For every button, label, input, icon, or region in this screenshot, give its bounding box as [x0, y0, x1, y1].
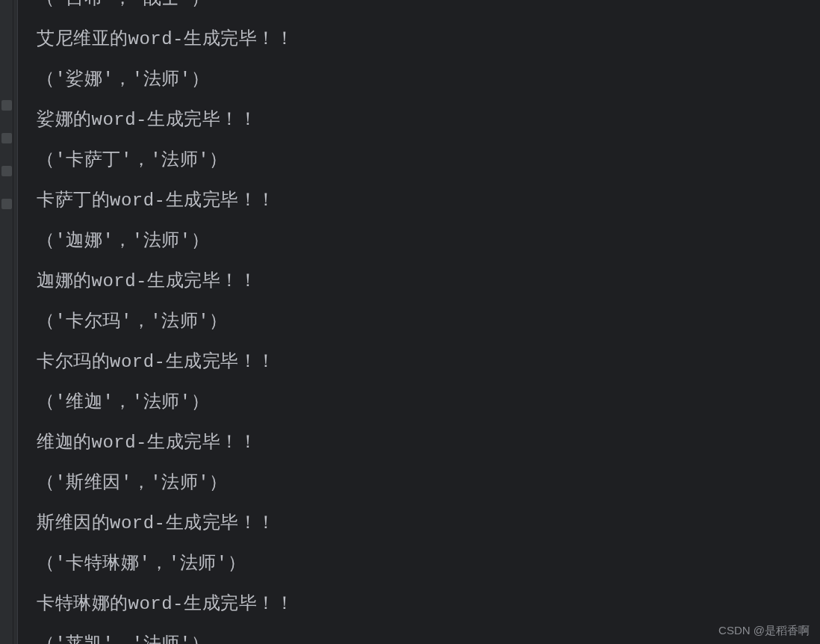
sidebar-tool-icon[interactable] [1, 100, 12, 111]
sidebar-tool-icon[interactable] [1, 133, 12, 143]
console-line: （'维迦'，'法师'） [37, 383, 820, 423]
console-line: 艾尼维亚的word-生成完毕！！ [37, 19, 820, 60]
console-line: 卡萨丁的word-生成完毕！！ [37, 181, 820, 221]
console-line: 娑娜的word-生成完毕！！ [37, 100, 820, 140]
console-line: （'莱凯'，'法师'） [37, 625, 820, 644]
console-line: （'吕布'，'战士'） [37, 0, 820, 19]
sidebar-tool-icon[interactable] [1, 166, 12, 176]
tool-window-sidebar [0, 0, 13, 644]
console-line: 迦娜的word-生成完毕！！ [37, 261, 820, 302]
console-line: （'斯维因'，'法师'） [37, 463, 820, 504]
watermark-text: CSDN @是稻香啊 [718, 624, 810, 638]
console-line: 卡尔玛的word-生成完毕！！ [37, 342, 820, 383]
console-output[interactable]: （'吕布'，'战士'） 艾尼维亚的word-生成完毕！！ （'娑娜'，'法师'）… [18, 0, 820, 644]
console-line: （'娑娜'，'法师'） [37, 60, 820, 100]
console-line: （'卡特琳娜'，'法师'） [37, 544, 820, 584]
console-line: 卡特琳娜的word-生成完毕！！ [37, 584, 820, 625]
console-line: 斯维因的word-生成完毕！！ [37, 504, 820, 544]
console-line: （'卡尔玛'，'法师'） [37, 302, 820, 342]
sidebar-tool-icon[interactable] [1, 199, 12, 209]
console-line: （'迦娜'，'法师'） [37, 221, 820, 261]
console-line: 维迦的word-生成完毕！！ [37, 423, 820, 463]
console-line: （'卡萨丁'，'法师'） [37, 140, 820, 181]
